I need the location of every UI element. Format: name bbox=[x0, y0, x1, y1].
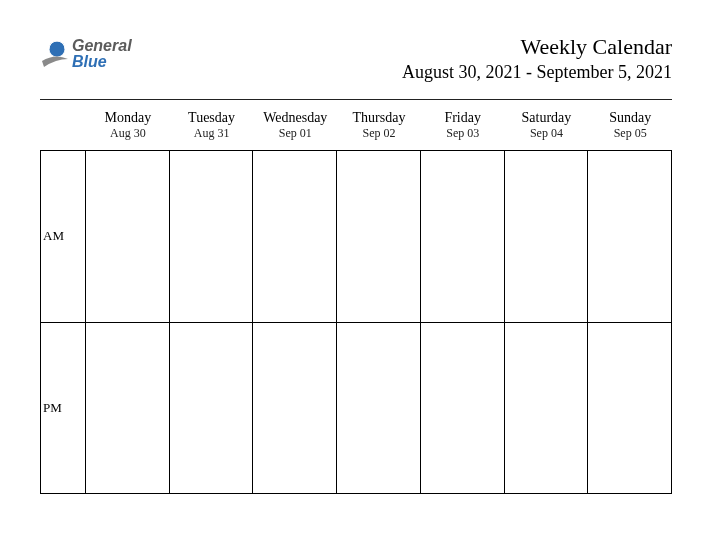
page-title: Weekly Calendar bbox=[402, 34, 672, 60]
calendar-cell bbox=[169, 322, 254, 495]
calendar-cell bbox=[420, 150, 505, 323]
calendar-cell bbox=[336, 150, 421, 323]
row-label-pm: PM bbox=[40, 322, 86, 495]
calendar-grid: Monday Tuesday Wednesday Thursday Friday… bbox=[40, 106, 672, 494]
calendar-cell bbox=[420, 322, 505, 495]
day-date: Aug 30 bbox=[86, 126, 170, 151]
row-label-am: AM bbox=[40, 150, 86, 323]
calendar-cell bbox=[85, 150, 170, 323]
day-date: Sep 03 bbox=[421, 126, 505, 151]
calendar-cell bbox=[504, 150, 589, 323]
day-name: Monday bbox=[86, 106, 170, 126]
header-rule bbox=[40, 99, 672, 100]
logo-text: General Blue bbox=[72, 38, 132, 70]
globe-swoosh-icon bbox=[40, 39, 70, 69]
day-date: Sep 02 bbox=[337, 126, 421, 151]
day-name: Sunday bbox=[588, 106, 672, 126]
day-date: Sep 01 bbox=[253, 126, 337, 151]
day-date: Sep 04 bbox=[505, 126, 589, 151]
calendar-cell bbox=[587, 150, 672, 323]
day-name: Tuesday bbox=[170, 106, 254, 126]
corner-blank bbox=[40, 106, 86, 126]
calendar-cell bbox=[504, 322, 589, 495]
calendar-cell bbox=[85, 322, 170, 495]
header: General Blue Weekly Calendar August 30, … bbox=[40, 34, 672, 83]
logo-word-blue: Blue bbox=[72, 53, 107, 70]
day-date: Sep 05 bbox=[588, 126, 672, 151]
corner-blank bbox=[40, 126, 86, 151]
calendar-cell bbox=[169, 150, 254, 323]
logo: General Blue bbox=[40, 38, 132, 70]
title-block: Weekly Calendar August 30, 2021 - Septem… bbox=[402, 34, 672, 83]
calendar-cell bbox=[587, 322, 672, 495]
calendar-cell bbox=[336, 322, 421, 495]
day-name: Saturday bbox=[505, 106, 589, 126]
day-name: Friday bbox=[421, 106, 505, 126]
day-name: Thursday bbox=[337, 106, 421, 126]
calendar-cell bbox=[252, 150, 337, 323]
logo-word-general: General bbox=[72, 37, 132, 54]
day-date: Aug 31 bbox=[170, 126, 254, 151]
day-name: Wednesday bbox=[253, 106, 337, 126]
calendar-cell bbox=[252, 322, 337, 495]
date-range: August 30, 2021 - September 5, 2021 bbox=[402, 62, 672, 83]
